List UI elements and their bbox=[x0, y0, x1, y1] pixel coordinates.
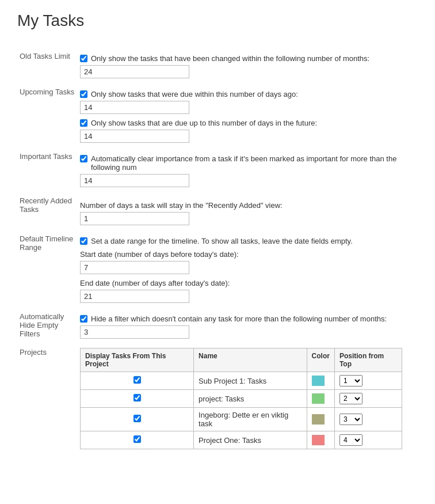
upcoming-tasks-label: Upcoming Tasks bbox=[17, 83, 78, 147]
upcoming-tasks-input-2[interactable] bbox=[80, 130, 189, 143]
page-title: My Tasks bbox=[17, 12, 418, 30]
upcoming-tasks-checkbox-row-2: Only show tasks that are due up to this … bbox=[80, 119, 415, 127]
project-row-3-name: Project One: Tasks bbox=[194, 431, 307, 449]
project-row-2-checkbox[interactable] bbox=[133, 415, 141, 422]
project-row-3-position-select[interactable]: 12345678910 bbox=[339, 434, 362, 446]
auto-hide-empty-filters-checkbox-label: Hide a filter which doesn't contain any … bbox=[91, 314, 387, 323]
project-row-3-color-swatch bbox=[312, 435, 325, 445]
project-row-0-display-cell bbox=[81, 372, 194, 390]
project-row-3-checkbox[interactable] bbox=[133, 435, 141, 443]
important-tasks-checkbox-row: Automatically clear importance from a ta… bbox=[80, 154, 415, 172]
default-timeline-range-label: Default Timeline Range bbox=[17, 230, 78, 308]
projects-table-row: project: Tasks12345678910 bbox=[81, 390, 402, 408]
recently-added-tasks-sublabel: Number of days a task will stay in the "… bbox=[80, 201, 415, 210]
important-tasks-label: Important Tasks bbox=[17, 147, 78, 192]
old-tasks-limit-input[interactable] bbox=[80, 65, 189, 78]
recently-added-tasks-row: Recently Added Tasks Number of days a ta… bbox=[17, 192, 418, 230]
project-row-1-color bbox=[307, 390, 334, 408]
upcoming-tasks-checkbox-1[interactable] bbox=[80, 90, 87, 98]
project-row-0-color-swatch bbox=[312, 376, 325, 386]
projects-label: Projects bbox=[17, 343, 78, 454]
project-row-2-display-cell bbox=[81, 408, 194, 431]
old-tasks-limit-checkbox[interactable] bbox=[80, 55, 87, 62]
start-date-label: Start date (number of days before today'… bbox=[80, 250, 415, 259]
important-tasks-checkbox-label: Automatically clear importance from a ta… bbox=[91, 154, 415, 172]
end-date-input[interactable] bbox=[80, 290, 189, 303]
project-row-2-color-swatch bbox=[312, 414, 325, 425]
auto-hide-empty-filters-label: Automatically Hide Empty Filters bbox=[17, 308, 78, 343]
project-row-1-checkbox[interactable] bbox=[133, 394, 141, 401]
important-tasks-input[interactable] bbox=[80, 174, 189, 187]
old-tasks-limit-content: Only show the tasks that have been chang… bbox=[78, 47, 418, 83]
old-tasks-limit-checkbox-row: Only show the tasks that have been chang… bbox=[80, 54, 415, 63]
default-timeline-range-checkbox-label: Set a date range for the timeline. To sh… bbox=[91, 237, 353, 245]
auto-hide-empty-filters-checkbox[interactable] bbox=[80, 315, 87, 323]
projects-col-display: Display Tasks From This Project bbox=[81, 348, 194, 372]
project-row-0-position-select[interactable]: 12345678910 bbox=[339, 375, 362, 386]
project-row-2-name: Ingeborg: Dette er en viktig task bbox=[194, 408, 307, 431]
upcoming-tasks-checkbox-2[interactable] bbox=[80, 119, 87, 127]
upcoming-tasks-content: Only show tasks that were due within thi… bbox=[78, 83, 418, 147]
upcoming-tasks-checkbox-label-1: Only show tasks that were due within thi… bbox=[91, 90, 298, 98]
project-row-2-color bbox=[307, 408, 334, 431]
project-row-1-position: 12345678910 bbox=[334, 390, 402, 408]
project-row-3-display-cell bbox=[81, 431, 194, 449]
project-row-1-name: project: Tasks bbox=[194, 390, 307, 408]
default-timeline-range-row: Default Timeline Range Set a date range … bbox=[17, 230, 418, 308]
auto-hide-empty-filters-checkbox-row: Hide a filter which doesn't contain any … bbox=[80, 314, 415, 323]
project-row-2-position: 12345678910 bbox=[334, 408, 402, 431]
project-row-0-name: Sub Project 1: Tasks bbox=[194, 372, 307, 390]
auto-hide-empty-filters-input[interactable] bbox=[80, 325, 189, 339]
project-row-0-position: 12345678910 bbox=[334, 372, 402, 390]
projects-col-position: Position from Top bbox=[334, 348, 402, 372]
default-timeline-range-checkbox[interactable] bbox=[80, 237, 87, 245]
old-tasks-limit-checkbox-label: Only show the tasks that have been chang… bbox=[91, 54, 369, 63]
upcoming-tasks-row: Upcoming Tasks Only show tasks that were… bbox=[17, 83, 418, 147]
project-row-3-position: 12345678910 bbox=[334, 431, 402, 449]
project-row-1-color-swatch bbox=[312, 393, 325, 404]
important-tasks-content: Automatically clear importance from a ta… bbox=[78, 147, 418, 192]
end-date-label: End date (number of days after today's d… bbox=[80, 279, 415, 287]
project-row-0-checkbox[interactable] bbox=[133, 376, 141, 384]
upcoming-tasks-checkbox-row-1: Only show tasks that were due within thi… bbox=[80, 90, 415, 98]
projects-col-color: Color bbox=[307, 348, 334, 372]
recently-added-tasks-input[interactable] bbox=[80, 212, 189, 225]
projects-table-row: Project One: Tasks12345678910 bbox=[81, 431, 402, 449]
project-row-3-color bbox=[307, 431, 334, 449]
projects-col-name: Name bbox=[194, 348, 307, 372]
project-row-1-display-cell bbox=[81, 390, 194, 408]
default-timeline-range-checkbox-row: Set a date range for the timeline. To sh… bbox=[80, 237, 415, 245]
start-date-input[interactable] bbox=[80, 261, 189, 274]
upcoming-tasks-checkbox-label-2: Only show tasks that are due up to this … bbox=[91, 119, 317, 127]
default-timeline-range-content: Set a date range for the timeline. To sh… bbox=[78, 230, 418, 308]
old-tasks-limit-label: Old Tasks Limit bbox=[17, 47, 78, 83]
recently-added-tasks-label: Recently Added Tasks bbox=[17, 192, 78, 230]
auto-hide-empty-filters-content: Hide a filter which doesn't contain any … bbox=[78, 308, 418, 343]
projects-content: Display Tasks From This Project Name Col… bbox=[78, 343, 418, 454]
important-tasks-checkbox[interactable] bbox=[80, 155, 87, 162]
projects-table-header-row: Display Tasks From This Project Name Col… bbox=[81, 348, 402, 372]
projects-table: Display Tasks From This Project Name Col… bbox=[80, 348, 402, 449]
recently-added-tasks-content: Number of days a task will stay in the "… bbox=[78, 192, 418, 230]
projects-table-row: Ingeborg: Dette er en viktig task1234567… bbox=[81, 408, 402, 431]
old-tasks-limit-row: Old Tasks Limit Only show the tasks that… bbox=[17, 47, 418, 83]
project-row-2-position-select[interactable]: 12345678910 bbox=[339, 414, 362, 425]
project-row-1-position-select[interactable]: 12345678910 bbox=[339, 393, 362, 404]
auto-hide-empty-filters-row: Automatically Hide Empty Filters Hide a … bbox=[17, 308, 418, 343]
upcoming-tasks-input-1[interactable] bbox=[80, 101, 189, 114]
projects-row: Projects Display Tasks From This Project… bbox=[17, 343, 418, 454]
project-row-0-color bbox=[307, 372, 334, 390]
settings-table: Old Tasks Limit Only show the tasks that… bbox=[17, 47, 418, 454]
projects-table-row: Sub Project 1: Tasks12345678910 bbox=[81, 372, 402, 390]
important-tasks-row: Important Tasks Automatically clear impo… bbox=[17, 147, 418, 192]
